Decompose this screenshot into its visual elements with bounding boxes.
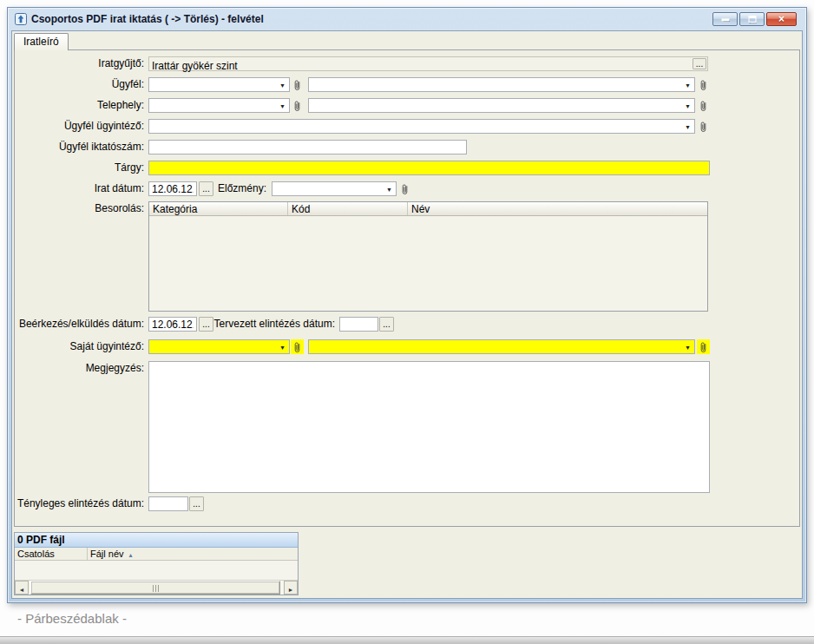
chevron-down-icon: ▼ [685, 344, 691, 352]
label-irat-datum: Irat dátum: [95, 181, 144, 196]
sajat-ugyintezo-combo-primary[interactable]: ▼ [148, 339, 290, 354]
sort-ascending-icon: ▴ [129, 551, 133, 559]
scroll-left-button[interactable]: ◄ [15, 581, 29, 595]
status-text: - Párbeszédablak - [17, 611, 127, 626]
label-megjegyzes: Megjegyzés: [86, 361, 144, 376]
telephely-combo-secondary[interactable]: ▼ [308, 98, 695, 113]
scrollbar-grip-icon [155, 585, 156, 592]
telephely-combo-primary[interactable]: ▼ [148, 98, 290, 113]
besorolas-table-body[interactable] [149, 216, 707, 311]
chevron-down-icon: ▼ [279, 82, 286, 89]
scroll-right-button[interactable]: ► [284, 581, 298, 595]
chevron-down-icon: ▼ [685, 123, 691, 131]
tenyleges-datum-input[interactable] [148, 496, 188, 511]
close-button[interactable]: × [766, 12, 797, 26]
label-ugyfel-iktatoszam: Ügyfél iktatószám: [59, 140, 144, 154]
column-header-kategoria[interactable]: Kategória [149, 202, 288, 215]
label-ugyfel-ugyintezo: Ügyfél ügyintéző: [64, 119, 144, 134]
label-sajat-ugyintezo: Saját ügyintéző: [70, 339, 144, 354]
megjegyzes-textarea[interactable] [148, 361, 710, 493]
window-title: Csoportos PDF irat iktatás ( -> Törlés) … [31, 13, 264, 25]
scroll-left-icon: ◄ [19, 587, 25, 593]
sajat-ugyintezo-combo-secondary[interactable]: ▼ [308, 339, 695, 354]
column-header-nev[interactable]: Név [408, 202, 707, 215]
maximize-icon [748, 16, 756, 23]
sajat-ugyintezo-attach-button-secondary[interactable] [697, 339, 710, 354]
window-controls: × [712, 12, 797, 26]
paperclip-icon [293, 100, 301, 112]
column-header-fajlnev-label: Fájl név [90, 549, 124, 559]
irat-datum-browse-button[interactable]: ... [199, 181, 213, 196]
telephely-attach-button-primary[interactable] [291, 98, 304, 113]
upload-document-icon [15, 13, 27, 25]
elozmeny-attach-button[interactable] [398, 181, 411, 196]
close-icon: × [767, 13, 796, 25]
dialog-window: Csoportos PDF irat iktatás ( -> Törlés) … [7, 7, 807, 603]
column-header-csatolas[interactable]: Csatolás [15, 548, 88, 560]
label-beerkezes-datum: Beérkezés/elküldés dátum: [19, 317, 144, 332]
ugyfel-attach-button-primary[interactable] [291, 77, 304, 92]
app-icon [15, 13, 27, 25]
sajat-ugyintezo-attach-button-primary[interactable] [291, 339, 304, 354]
scroll-right-icon: ► [288, 587, 294, 593]
targy-input[interactable] [148, 161, 710, 175]
maximize-button[interactable] [739, 12, 765, 26]
minimize-icon [721, 18, 729, 21]
pdf-files-count: 0 PDF fájl [17, 534, 65, 546]
paperclip-icon [401, 183, 409, 195]
ugyfel-combo-primary[interactable]: ▼ [148, 77, 290, 92]
chevron-down-icon: ▼ [279, 102, 286, 110]
tab-iratleiro-label: Iratleíró [23, 36, 59, 48]
besorolas-table-header: Kategória Kód Név [149, 202, 707, 216]
horizontal-scrollbar: ◄ ► [15, 580, 298, 595]
label-ugyfel: Ügyfél: [112, 77, 144, 92]
label-iratgyujto: Iratgyűjtő: [98, 56, 144, 71]
ugyfel-attach-button-secondary[interactable] [697, 77, 710, 92]
chevron-down-icon: ▼ [685, 102, 691, 110]
label-targy: Tárgy: [115, 161, 144, 175]
bottom-strip [0, 636, 814, 644]
irat-datum-input[interactable] [148, 181, 197, 196]
iratgyujto-field[interactable]: Irattár gyökér szint ... [148, 56, 708, 71]
minimize-button[interactable] [712, 12, 738, 26]
iratgyujto-browse-button[interactable]: ... [693, 58, 706, 69]
pdf-files-column-headers: Csatolás Fájl név ▴ [15, 548, 298, 561]
paperclip-icon [293, 79, 301, 91]
label-besorolas: Besorolás: [95, 201, 144, 216]
label-elozmeny: Előzmény: [218, 181, 266, 196]
tervezett-datum-input[interactable] [339, 317, 378, 332]
label-tenyleges-datum: Tényleges elintézés dátum: [17, 496, 144, 511]
besorolas-table[interactable]: Kategória Kód Név [148, 201, 708, 312]
chevron-down-icon: ▼ [279, 344, 286, 352]
column-header-kod[interactable]: Kód [288, 202, 408, 215]
pdf-files-list[interactable] [15, 561, 298, 580]
beerkezes-datum-input[interactable] [148, 317, 197, 332]
label-telephely: Telephely: [97, 98, 144, 113]
iratleiro-tabpage: Iratgyűjtő: Irattár gyökér szint ... Ügy… [14, 49, 800, 527]
chevron-down-icon: ▼ [386, 186, 392, 194]
beerkezes-datum-browse-button[interactable]: ... [199, 317, 213, 332]
ugyfel-ugyintezo-combo[interactable]: ▼ [148, 119, 695, 134]
paperclip-icon [699, 121, 707, 133]
paperclip-icon [699, 341, 707, 353]
chevron-down-icon: ▼ [685, 82, 691, 89]
scrollbar-thumb[interactable] [30, 581, 280, 595]
pdf-files-panel: 0 PDF fájl Csatolás Fájl név ▴ ◄ ► [14, 532, 299, 595]
titlebar[interactable]: Csoportos PDF irat iktatás ( -> Törlés) … [8, 8, 806, 30]
tab-iratleiro[interactable]: Iratleíró [14, 33, 69, 50]
telephely-attach-button-secondary[interactable] [697, 98, 710, 113]
tenyleges-datum-browse-button[interactable]: ... [189, 496, 204, 511]
elozmeny-combo[interactable]: ▼ [272, 181, 397, 196]
tervezett-datum-browse-button[interactable]: ... [379, 317, 394, 332]
iratgyujto-value: Irattár gyökér szint [149, 60, 238, 73]
paperclip-icon [699, 100, 707, 112]
ugyfel-ugyintezo-attach-button[interactable] [697, 119, 710, 134]
ugyfel-combo-secondary[interactable]: ▼ [308, 77, 695, 92]
dialog-client-area: Iratleíró Iratgyűjtő: Irattár gyökér szi… [11, 30, 803, 599]
ugyfel-iktatoszam-input[interactable] [148, 140, 467, 154]
paperclip-icon [293, 341, 301, 353]
column-header-fajlnev[interactable]: Fájl név ▴ [88, 548, 298, 560]
paperclip-icon [699, 79, 707, 91]
pdf-files-header: 0 PDF fájl [15, 533, 298, 548]
label-tervezett-datum: Tervezett elintézés dátum: [214, 317, 335, 332]
